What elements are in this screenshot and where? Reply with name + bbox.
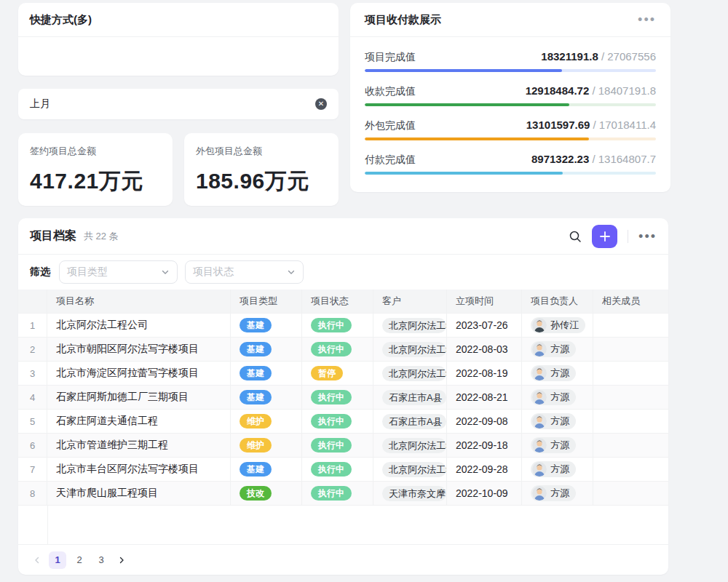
type-pill: 技改	[240, 486, 272, 501]
row-index: 8	[18, 482, 47, 506]
table-title: 项目档案	[30, 228, 76, 244]
status-pill: 暂停	[311, 366, 343, 380]
cell-project-name[interactable]: 北京市朝阳区阿尔法写字楼项目	[47, 338, 231, 362]
filter-project-type[interactable]: 项目类型	[59, 260, 178, 284]
progress-item: 付款完成值 8971322.23 / 13164807.7	[365, 153, 656, 175]
table-header: 项目档案 共 22 条 •••	[18, 218, 668, 255]
shortcut-card-header: 快捷方式(多)	[18, 3, 339, 37]
cell-project-status: 执行中	[302, 410, 373, 434]
customer-tag: 北京阿尔法工程公司	[382, 342, 446, 357]
stat-label: 外包项目总金额	[196, 145, 327, 158]
cell-project-name[interactable]: 北京市海淀区阿拉蕾写字楼项目	[47, 362, 231, 386]
page-button-1[interactable]: 1	[49, 551, 66, 569]
table-record-count: 共 22 条	[84, 230, 119, 243]
search-icon[interactable]	[569, 230, 582, 243]
table-row[interactable]: 2 北京市朝阳区阿尔法写字楼项目 基建 执行中 北京阿尔法工程公司 2022-0…	[18, 338, 668, 362]
row-index: 6	[18, 434, 47, 458]
cell-project-name[interactable]: 北京市丰台区阿尔法写字楼项目	[47, 458, 231, 482]
avatar	[532, 462, 547, 477]
cell-project-name[interactable]: 北京市管道维护三期工程	[47, 434, 231, 458]
page-button-3[interactable]: 3	[92, 551, 110, 569]
cell-project-name[interactable]: 石家庄阿斯加德工厂三期项目	[47, 386, 231, 410]
owner-chip: 方源	[531, 341, 576, 357]
progress-item: 收款完成值 12918484.72 / 18407191.8	[365, 84, 656, 106]
owner-chip: 孙传江	[531, 317, 585, 333]
type-pill: 维护	[240, 438, 272, 453]
customer-tag: 天津市奈文摩	[382, 486, 446, 501]
cell-project-name[interactable]: 石家庄阿道夫通信工程	[47, 410, 231, 434]
add-record-button[interactable]	[592, 225, 617, 248]
cell-owner: 孙传江	[522, 314, 593, 338]
column-header: 立项时间	[447, 290, 522, 314]
column-header: 客户	[373, 290, 447, 314]
table-row[interactable]: 6 北京市管道维护三期工程 维护 执行中 北京阿尔法工程公司 2022-09-1…	[18, 434, 668, 458]
avatar	[532, 318, 547, 332]
row-index: 3	[18, 362, 47, 386]
type-pill: 基建	[240, 390, 272, 404]
avatar	[532, 486, 547, 501]
page-button-2[interactable]: 2	[71, 551, 88, 569]
cell-customer: 石家庄市A县	[373, 410, 447, 434]
progress-total: / 13164807.7	[589, 153, 656, 165]
cell-owner: 方源	[522, 482, 593, 506]
header-index	[18, 290, 47, 314]
row-index: 1	[18, 314, 47, 338]
owner-chip: 方源	[531, 437, 576, 453]
stat-value: 185.96万元	[196, 167, 327, 196]
cell-members	[593, 362, 668, 386]
cell-start-date: 2022-10-09	[447, 482, 522, 506]
cell-members	[593, 458, 668, 482]
cell-start-date: 2022-09-08	[447, 410, 522, 434]
column-header: 项目名称	[47, 290, 231, 314]
progress-track	[365, 137, 656, 140]
progress-fill	[365, 137, 589, 140]
month-filter-card[interactable]: 上月 ✕	[18, 89, 339, 119]
chevron-down-icon	[161, 268, 170, 276]
status-pill: 执行中	[311, 462, 352, 477]
table-row[interactable]: 4 石家庄阿斯加德工厂三期项目 基建 执行中 石家庄市A县 2022-08-21…	[18, 386, 668, 410]
filter-label: 筛选	[30, 266, 50, 279]
cell-customer: 北京阿尔法工程公司	[373, 314, 447, 338]
cell-project-type: 基建	[231, 338, 302, 362]
cell-owner: 方源	[522, 458, 593, 482]
table-row[interactable]: 1 北京阿尔法工程公司 基建 执行中 北京阿尔法工程公司 2023-07-26 …	[18, 314, 668, 338]
progress-fill	[365, 103, 569, 106]
chevron-right-icon[interactable]	[114, 551, 129, 569]
progress-total: / 27067556	[598, 50, 656, 63]
owner-name: 方源	[550, 415, 569, 428]
table-row[interactable]: 8 天津市爬山服工程项目 技改 执行中 天津市奈文摩 2022-10-09 方源	[18, 482, 668, 506]
progress-total: / 17018411.4	[590, 119, 656, 131]
cell-project-name[interactable]: 天津市爬山服工程项目	[47, 482, 231, 506]
filter-project-status[interactable]: 项目状态	[185, 260, 304, 284]
progress-track	[365, 69, 656, 72]
progress-fill	[365, 69, 562, 72]
table-row[interactable]: 5 石家庄阿道夫通信工程 维护 执行中 石家庄市A县 2022-09-08 方源	[18, 410, 668, 434]
cell-customer: 石家庄市A县	[373, 386, 447, 410]
chevron-left-icon[interactable]	[30, 551, 44, 569]
cell-project-status: 执行中	[302, 386, 373, 410]
cell-start-date: 2022-08-19	[447, 362, 522, 386]
cell-project-name[interactable]: 北京阿尔法工程公司	[47, 314, 231, 338]
page-buttons: 123	[49, 551, 110, 569]
cell-project-type: 基建	[231, 458, 302, 482]
month-filter-value: 上月	[30, 97, 50, 111]
owner-name: 方源	[550, 391, 569, 404]
stat-card-outsource-total: 外包项目总金额 185.96万元	[184, 133, 339, 206]
column-header: 项目类型	[231, 290, 302, 314]
close-circle-icon[interactable]: ✕	[315, 98, 327, 110]
cell-customer: 北京阿尔法工程公司	[373, 362, 447, 386]
table-body: 1 北京阿尔法工程公司 基建 执行中 北京阿尔法工程公司 2023-07-26 …	[18, 314, 668, 506]
cell-customer: 北京阿尔法工程公司	[373, 458, 447, 482]
owner-name: 方源	[550, 463, 569, 476]
type-pill: 基建	[240, 462, 272, 477]
pagination: 123	[18, 544, 668, 575]
row-index: 4	[18, 386, 47, 410]
table-row[interactable]: 3 北京市海淀区阿拉蕾写字楼项目 基建 暂停 北京阿尔法工程公司 2022-08…	[18, 362, 668, 386]
table-row[interactable]: 7 北京市丰台区阿尔法写字楼项目 基建 执行中 北京阿尔法工程公司 2022-0…	[18, 458, 668, 482]
payment-card-header: 项目收付款展示 •••	[350, 3, 670, 37]
owner-chip: 方源	[531, 461, 576, 477]
stat-card-signed-total: 签约项目总金额 417.21万元	[18, 133, 173, 206]
ellipsis-icon[interactable]: •••	[638, 233, 657, 240]
type-pill: 基建	[240, 342, 272, 356]
ellipsis-icon[interactable]: •••	[638, 16, 656, 23]
